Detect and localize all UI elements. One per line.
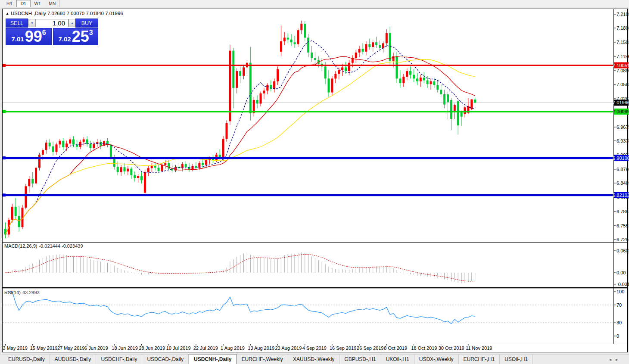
candle-body <box>79 142 81 147</box>
date-axis-label: 28 Jun 2019 <box>139 345 165 351</box>
buy-price-button[interactable]: 7.02 25 3 <box>53 28 98 45</box>
rsi-axis-label: 30 <box>617 320 622 325</box>
volume-input[interactable] <box>36 19 69 27</box>
price-badge-label: 7.01996 <box>613 100 629 105</box>
candle-body <box>464 107 466 114</box>
candle-body <box>440 90 442 94</box>
date-axis-label: 11 Nov 2019 <box>466 345 492 351</box>
candle-body <box>192 166 194 170</box>
candle-body <box>243 67 245 75</box>
candle-body <box>402 77 405 83</box>
buy-button[interactable]: BUY <box>75 19 98 28</box>
candle-body <box>280 41 282 52</box>
sell-button[interactable]: SELL <box>6 19 28 28</box>
candle-body <box>399 78 401 83</box>
candle-body <box>372 42 374 47</box>
candle-body <box>307 37 309 52</box>
candle-body <box>365 44 367 52</box>
rsi-axis-label: 70 <box>617 302 622 308</box>
volume-increase-button[interactable]: ▴ <box>69 19 76 27</box>
candle-body <box>362 49 364 51</box>
candle-body <box>382 43 384 48</box>
rsi-value: 43.2893 <box>22 290 40 295</box>
date-axis-label: 6 Jun 2019 <box>84 345 108 351</box>
candle-body <box>72 140 75 145</box>
line-handle-icon[interactable] <box>3 193 6 196</box>
candle-body <box>35 168 37 184</box>
candle-body <box>59 141 61 145</box>
candle-body <box>120 167 122 172</box>
chevron-up-icon: ▴ <box>71 21 73 25</box>
candle-body <box>338 70 340 74</box>
candle-body <box>334 74 336 79</box>
line-handle-icon[interactable] <box>3 110 6 113</box>
candle-body <box>18 216 20 227</box>
candle-body <box>11 207 13 220</box>
line-handle-icon[interactable] <box>3 64 6 67</box>
candle-body <box>15 207 17 216</box>
price-badge-label: 6.82103 <box>613 193 629 198</box>
candle-body <box>457 101 459 125</box>
candle-body <box>433 81 435 85</box>
price-axis-label: 6.87660 <box>617 167 629 172</box>
buy-price-big: 25 <box>72 29 89 44</box>
candle-body <box>185 164 187 167</box>
price-badge-label: 6.90100 <box>613 156 629 161</box>
rsi-indicator-label: RSI(14)43.2893 <box>4 290 40 295</box>
line-handle-icon[interactable] <box>3 156 6 159</box>
macd-axis-label: 0.060273 <box>617 248 629 253</box>
candle-body <box>396 56 398 79</box>
triangle-up-icon: ▲ <box>6 12 9 16</box>
candle-body <box>287 37 289 39</box>
rsi-name: RSI(14) <box>4 290 21 295</box>
macd-axis-label: 0.00 <box>617 270 626 275</box>
price-axis-label: 7.05930 <box>617 82 629 87</box>
candle-body <box>134 175 136 178</box>
date-axis-label: 18 Jun 2019 <box>112 345 138 351</box>
candle-body <box>386 33 388 44</box>
candle-body <box>49 143 51 146</box>
candle-body <box>420 78 422 81</box>
candle-body <box>311 53 313 58</box>
price-badge-label: 7.00089 <box>613 109 629 114</box>
date-axis-label: 22 Jul 2019 <box>193 345 218 351</box>
macd-values: -0.021444 -0.023439 <box>39 243 83 249</box>
candle-body <box>413 75 415 79</box>
date-axis-label: 3 May 2019 <box>3 345 28 351</box>
chart-title: ▲USDCNH-,Daily 7.02680 7.03070 7.01840 7… <box>6 11 123 16</box>
candle-body <box>454 105 456 112</box>
candle-body <box>273 81 275 89</box>
candle-body <box>324 66 327 78</box>
candle-body <box>266 85 268 90</box>
candle-body <box>470 100 473 109</box>
sell-price-pip: 6 <box>42 29 46 37</box>
candle-body <box>226 123 228 139</box>
candle-body <box>31 179 34 184</box>
date-axis-label: 26 Sep 2019 <box>357 345 383 351</box>
candle-body <box>100 142 102 146</box>
candle-body <box>181 164 184 168</box>
date-axis-label: 4 Sep 2019 <box>302 345 327 351</box>
candle-body <box>443 94 445 105</box>
price-axis-label: 6.78570 <box>617 209 629 214</box>
candle-body <box>140 176 143 180</box>
candle-body <box>65 143 68 147</box>
date-axis-label: 1 Aug 2019 <box>221 345 245 351</box>
candle-body <box>406 71 408 77</box>
date-axis-label: 18 Oct 2019 <box>411 345 437 351</box>
candle-body <box>93 144 95 148</box>
candle-body <box>154 166 156 168</box>
price-axis-label: 6.93780 <box>617 138 629 143</box>
candle-body <box>314 58 316 60</box>
candle-body <box>229 51 231 121</box>
sell-price-button[interactable]: 7.01 99 6 <box>6 28 52 45</box>
candle-body <box>389 33 391 61</box>
price-axis-label: 6.84690 <box>617 180 629 186</box>
volume-decrease-button[interactable]: ▾ <box>28 19 36 27</box>
candle-body <box>56 144 58 152</box>
candle-body <box>348 63 350 71</box>
candle-body <box>249 63 252 113</box>
candle-body <box>52 146 54 152</box>
candle-body <box>283 37 286 41</box>
price-axis-label: 7.11960 <box>617 54 629 59</box>
